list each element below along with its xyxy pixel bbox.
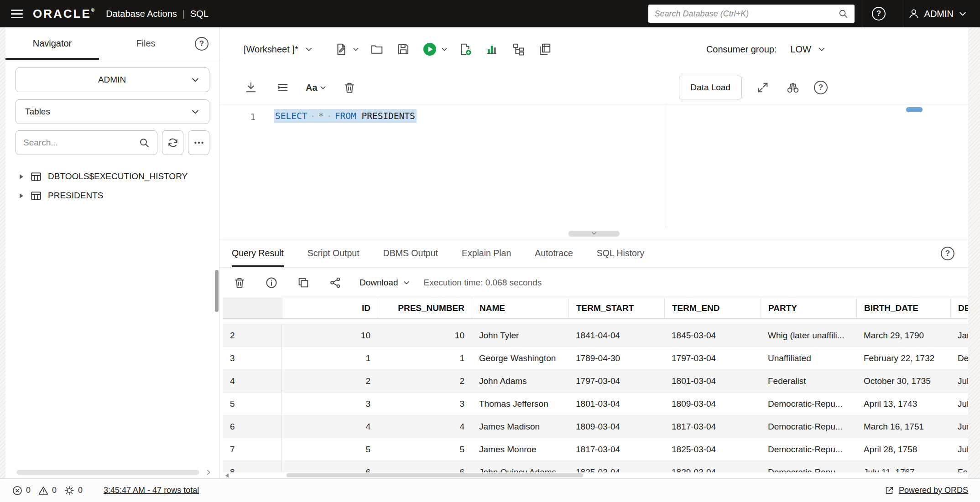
cell[interactable]: 2 [282, 370, 378, 392]
cell[interactable]: 1825-03-04 [568, 461, 664, 472]
cell[interactable]: 1845-03-04 [664, 324, 761, 347]
cell[interactable]: Democratic-Repu... [761, 415, 856, 438]
cell[interactable]: Federalist [761, 370, 856, 392]
cell[interactable]: 6 [378, 461, 472, 472]
cell[interactable]: Dec [950, 347, 968, 369]
cell[interactable]: 1829-03-04 [664, 461, 761, 472]
run-script-button[interactable] [456, 40, 474, 58]
error-count[interactable]: 0 [12, 485, 31, 496]
table-row[interactable]: 311George Washington1789-04-301797-03-04… [223, 347, 968, 370]
open-in-new-tab-button[interactable] [296, 275, 311, 290]
help-icon[interactable]: ? [195, 37, 209, 51]
cell[interactable]: July [950, 370, 968, 392]
table-row[interactable]: 866John Quincy Adams1825-03-041829-03-04… [223, 461, 968, 472]
rows-total-link[interactable]: 3:45:47 AM - 47 rows total [104, 486, 199, 495]
download-results-button[interactable]: Download [360, 278, 410, 288]
editor-code-line[interactable]: SELECT·*·FROM PRESIDENTS [274, 104, 417, 228]
cell[interactable]: 4 [282, 415, 378, 438]
cell[interactable]: John Quincy Adams [472, 461, 568, 472]
download-worksheet-button[interactable] [242, 78, 260, 97]
autotrace-button[interactable] [509, 40, 527, 58]
format-button[interactable] [274, 78, 292, 97]
expand-arrow-icon[interactable] [18, 174, 24, 180]
cell[interactable]: 6 [282, 461, 378, 472]
scrollbar-thumb[interactable] [215, 270, 219, 312]
cell[interactable]: Democratic-Repu... [761, 438, 856, 461]
sidebar-help[interactable]: ? [195, 27, 219, 60]
powered-by-ords-link[interactable]: Powered by ORDS [899, 486, 968, 495]
cell[interactable]: 1797-03-04 [664, 347, 761, 369]
column-header[interactable]: PRES_NUMBER [378, 298, 472, 318]
column-header[interactable]: DEA [950, 298, 968, 318]
cell[interactable]: John Adams [472, 370, 568, 392]
cell[interactable]: George Washington [472, 347, 568, 369]
cell[interactable]: 5 [282, 438, 378, 461]
cell[interactable]: 1809-03-04 [664, 393, 761, 415]
find-button[interactable] [784, 78, 802, 97]
tab-sql-history[interactable]: SQL History [597, 239, 644, 267]
cell[interactable]: Feb [950, 461, 968, 472]
column-header[interactable]: BIRTH_DATE [856, 298, 950, 318]
column-header[interactable]: PARTY [761, 298, 856, 318]
scrollbar-thumb[interactable] [287, 473, 583, 477]
run-statement-button[interactable] [421, 40, 448, 58]
row-number[interactable]: 6 [223, 415, 282, 438]
table-row[interactable]: 21010John Tyler1841-04-041845-03-04Whig … [223, 324, 968, 347]
cell[interactable]: 1817-03-04 [664, 415, 761, 438]
column-header[interactable]: TERM_START [568, 298, 664, 318]
row-number[interactable]: 2 [223, 324, 282, 347]
cell[interactable]: Jan [950, 324, 968, 347]
row-number[interactable]: 7 [223, 438, 282, 461]
clear-results-button[interactable] [232, 275, 247, 290]
row-number[interactable]: 5 [223, 393, 282, 415]
tree-search[interactable] [16, 130, 157, 155]
tree-item-presidents[interactable]: PRESIDENTS [5, 186, 219, 205]
cell[interactable]: 1797-03-04 [568, 370, 664, 392]
cell[interactable]: James Monroe [472, 438, 568, 461]
save-button[interactable] [394, 40, 412, 58]
cell[interactable]: February 22, 1732 [856, 347, 950, 369]
cell[interactable]: Jun [950, 415, 968, 438]
help-menu[interactable]: ? [862, 0, 896, 27]
chevron-down-icon[interactable] [319, 84, 327, 91]
tab-script-output[interactable]: Script Output [308, 239, 360, 267]
cell[interactable]: 1 [282, 347, 378, 369]
task-count[interactable]: 0 [64, 485, 83, 496]
cell[interactable]: 10 [282, 324, 378, 347]
tab-autotrace[interactable]: Autotrace [535, 239, 573, 267]
search-icon[interactable] [139, 137, 150, 148]
cell[interactable]: John Tyler [472, 324, 568, 347]
cell[interactable]: 3 [282, 393, 378, 415]
table-row[interactable]: 422John Adams1797-03-041801-03-04Federal… [223, 370, 968, 393]
row-number[interactable]: 8 [223, 461, 282, 472]
column-header[interactable]: ID [282, 298, 378, 318]
chevron-down-icon[interactable] [352, 46, 360, 53]
cell[interactable]: Democratic-Repu... [761, 393, 856, 415]
grid-horizontal-scrollbar[interactable] [223, 472, 968, 478]
cell[interactable]: April 13, 1743 [856, 393, 950, 415]
cell[interactable]: July 11, 1767 [856, 461, 950, 472]
tree-search-input[interactable] [23, 138, 135, 148]
sidebar-vertical-scrollbar[interactable] [214, 60, 219, 467]
chevron-down-icon[interactable] [818, 45, 826, 53]
result-info-button[interactable] [264, 275, 279, 290]
chevron-right-icon[interactable] [205, 469, 212, 476]
cell[interactable]: 10 [378, 324, 472, 347]
open-file-button[interactable] [368, 40, 386, 58]
tab-query-result[interactable]: Query Result [232, 239, 284, 267]
cell[interactable]: 1809-03-04 [568, 415, 664, 438]
explain-plan-button[interactable] [483, 40, 501, 58]
splitter-grip[interactable] [568, 231, 620, 237]
tab-dbms-output[interactable]: DBMS Output [383, 239, 438, 267]
scroll-left-arrow-icon[interactable] [224, 473, 230, 478]
panel-splitter[interactable] [220, 228, 968, 239]
cell[interactable]: Democratic-Repu... [761, 461, 856, 472]
cell[interactable]: March 29, 1790 [856, 324, 950, 347]
tree-item-dbtools-execution-history[interactable]: DBTOOLS$EXECUTION_HISTORY [5, 167, 219, 186]
worksheet-selector[interactable]: [Worksheet ]* [244, 44, 313, 55]
cell[interactable]: Whig (later unaffili... [761, 324, 856, 347]
editor-scrollbar-thumb[interactable] [906, 107, 923, 112]
table-row[interactable]: 644James Madison1809-03-041817-03-04Demo… [223, 415, 968, 438]
cell[interactable]: July [950, 393, 968, 415]
cell[interactable]: 1825-03-04 [664, 438, 761, 461]
